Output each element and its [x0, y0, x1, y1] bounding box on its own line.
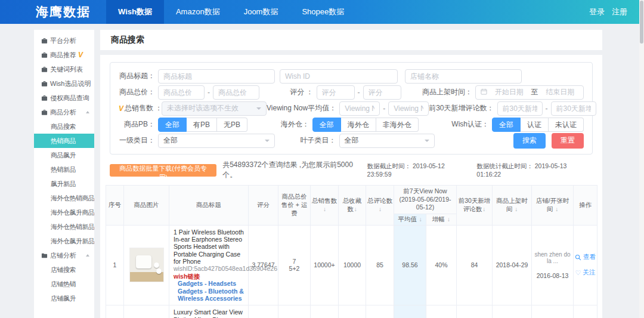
viewing-now-min-input[interactable] — [339, 101, 380, 116]
col-header-viewnow-avg[interactable]: 平均值 ↓ — [394, 214, 426, 225]
rating-max-input[interactable] — [363, 85, 401, 100]
sidebar-item-wish-guide[interactable]: Wish选品说明 — [34, 76, 94, 91]
date-range-picker[interactable]: 开始日期 至 结束日期 — [475, 85, 584, 100]
view-action[interactable]: 查看 — [575, 253, 596, 261]
col-header-reviews30[interactable]: 前30天新增评论数↓ — [457, 186, 493, 226]
sort-desc-icon[interactable]: ↓ — [515, 206, 518, 212]
col-header-viewnow-growth[interactable]: 增幅 ↓ — [426, 214, 457, 225]
category-link[interactable]: Gadgets - Bluetooth & Wireless Accessori… — [178, 288, 244, 302]
pb-option-without[interactable]: 无PB — [217, 118, 247, 132]
sidebar-item-label: 关键词列表 — [50, 65, 83, 74]
sidebar-item-surge-new[interactable]: 飙升新品 — [34, 177, 94, 191]
product-title-label: 商品标题： — [119, 71, 158, 81]
pb-option-with[interactable]: 有PB — [187, 118, 217, 132]
nav-tab-joom[interactable]: Joom数据 — [232, 0, 290, 24]
sort-desc-icon[interactable]: ↓ — [482, 206, 485, 212]
sidebar-item-store-surge[interactable]: 店铺飙升 — [34, 291, 94, 305]
warehouse-option-non-overseas[interactable]: 非海外仓 — [376, 118, 419, 132]
nav-tab-amazon[interactable]: Amazon数据 — [164, 0, 232, 24]
price-max-input[interactable] — [213, 85, 259, 100]
sort-desc-icon[interactable]: ↓ — [379, 206, 382, 212]
earbud-shape — [154, 263, 159, 268]
wish-id-input[interactable] — [280, 69, 398, 84]
wish-link[interactable]: wish链接 — [174, 273, 244, 280]
warehouse-option-overseas[interactable]: 海外仓 — [341, 118, 376, 132]
sort-desc-icon[interactable]: ↓ — [555, 206, 558, 212]
total-sales-select[interactable]: 未选择时该选项不生效 — [162, 101, 267, 116]
cell-image[interactable] — [124, 225, 169, 305]
product-image[interactable] — [129, 248, 164, 282]
viewing-now-max-input[interactable] — [388, 101, 429, 116]
range-separator: - — [205, 88, 213, 97]
reviews-30d-max-input[interactable] — [551, 101, 596, 116]
reviews-30d-min-input[interactable] — [497, 101, 543, 116]
rating-min-input[interactable] — [317, 85, 355, 100]
sort-desc-icon[interactable]: ↓ — [419, 216, 422, 223]
total-sales-label: 总销售数 ： — [125, 103, 162, 113]
sidebar-item-label: 热销商品 — [51, 137, 76, 146]
sidebar-group-store-analysis[interactable]: 店铺分析 — [34, 248, 94, 263]
warehouse-option-all[interactable]: 全部 — [312, 118, 341, 132]
sidebar-item-store-search[interactable]: 店铺搜索 — [34, 263, 94, 277]
sidebar-item-overseas-hot[interactable]: 海外仓热销商品 — [34, 191, 94, 205]
login-link[interactable]: 登录 — [589, 7, 605, 17]
sidebar-item-overseas-surge-new[interactable]: 海外仓飙升新品 — [34, 234, 94, 248]
col-header-listed[interactable]: 商品上架时间 ↓ — [493, 186, 532, 226]
verify-option-verified[interactable]: 认证 — [521, 118, 549, 132]
cell-reviews: 2050 — [366, 305, 394, 318]
sidebar-item-product-recommend[interactable]: 商品推荐 V — [34, 48, 94, 62]
product-title[interactable]: 1 Pair Wireless Bluetooth In-ear Earphon… — [174, 229, 244, 265]
product-title-input[interactable] — [158, 69, 275, 84]
sidebar-item-overseas-hot-new[interactable]: 海外仓热销新品 — [34, 220, 94, 234]
col-header-sales[interactable]: 总销售数↓ — [311, 186, 339, 226]
sort-desc-icon[interactable]: ↓ — [354, 206, 357, 212]
category-link[interactable]: Gadgets - Headsets — [178, 280, 244, 287]
sidebar-item-infringement-query[interactable]: 侵权商品查询 — [34, 91, 94, 105]
store-open-date: 2016-08-13 — [533, 272, 572, 279]
sidebar-item-keyword-list[interactable]: 关键词列表 — [34, 62, 94, 76]
sidebar-group-product-analysis[interactable]: 商品分析 — [34, 105, 94, 119]
leaf-category-select[interactable]: 全部 — [339, 134, 435, 148]
nav-tab-shopee[interactable]: Shopee数据 — [290, 0, 356, 24]
sidebar-item-label: 热销新品 — [51, 165, 76, 174]
page-scrollbar[interactable] — [639, 0, 644, 318]
cell-image[interactable] — [124, 305, 169, 318]
date-end-placeholder[interactable]: 结束日期 — [542, 87, 579, 97]
sidebar-item-product-surge[interactable]: 商品飙升 — [34, 148, 94, 162]
sort-desc-icon[interactable]: ↓ — [447, 216, 450, 223]
category-select[interactable]: 全部 — [158, 134, 275, 148]
price-min-input[interactable] — [158, 85, 205, 100]
leaf-category-select-value: 全部 — [345, 135, 359, 146]
reset-button[interactable]: 重置 — [552, 133, 584, 149]
verify-option-all[interactable]: 全部 — [492, 118, 521, 132]
cell-viewnow-avg: 98.56 — [394, 225, 426, 305]
register-link[interactable]: 注册 — [612, 7, 627, 17]
col-header-favorites[interactable]: 总收藏数↓ — [339, 186, 366, 226]
store-name[interactable]: shen zhen do la ... — [533, 251, 572, 264]
search-button[interactable]: 搜索 — [513, 133, 546, 149]
scrollbar-thumb[interactable] — [640, 1, 643, 44]
sidebar-item-hot-products[interactable]: 热销商品 — [34, 134, 94, 148]
sidebar-item-overseas-surge[interactable]: 海外仓飙升商品 — [34, 205, 94, 220]
earbud-shape — [156, 268, 162, 274]
sidebar-item-hot-new[interactable]: 热销新品 — [34, 162, 94, 177]
cell-actions: 查看 ♡ 关注 — [574, 305, 597, 318]
chevron-up-icon — [86, 111, 89, 113]
nav-tab-wish[interactable]: Wish数据 — [106, 0, 164, 24]
price-total: 7 — [280, 258, 309, 265]
pb-option-all[interactable]: 全部 — [158, 118, 187, 132]
sidebar-item-product-search[interactable]: 商品搜索 — [34, 119, 94, 134]
col-header-rating: 评分 — [249, 186, 278, 226]
store-name-input[interactable] — [405, 69, 522, 84]
col-header-reviews[interactable]: 总评论数↓ — [366, 186, 394, 226]
verify-option-unverified[interactable]: 未认证 — [549, 118, 584, 132]
date-start-placeholder[interactable]: 开始日期 — [491, 87, 528, 97]
follow-action[interactable]: ♡ 关注 — [575, 268, 596, 277]
col-header-store[interactable]: 店铺/开张时间 ↓ — [532, 186, 574, 226]
sidebar-item-platform-analysis[interactable]: 平台分析 — [34, 33, 94, 48]
sort-desc-icon[interactable]: ↓ — [323, 206, 326, 212]
batch-download-button[interactable]: 商品数据批量下载(付费会员专用) — [110, 164, 216, 177]
range-separator: - — [355, 88, 363, 97]
sidebar-item-store-hot[interactable]: 店铺热销 — [34, 277, 94, 291]
product-title[interactable]: Luxury Smart Clear View Plating Mirror P… — [174, 308, 244, 318]
